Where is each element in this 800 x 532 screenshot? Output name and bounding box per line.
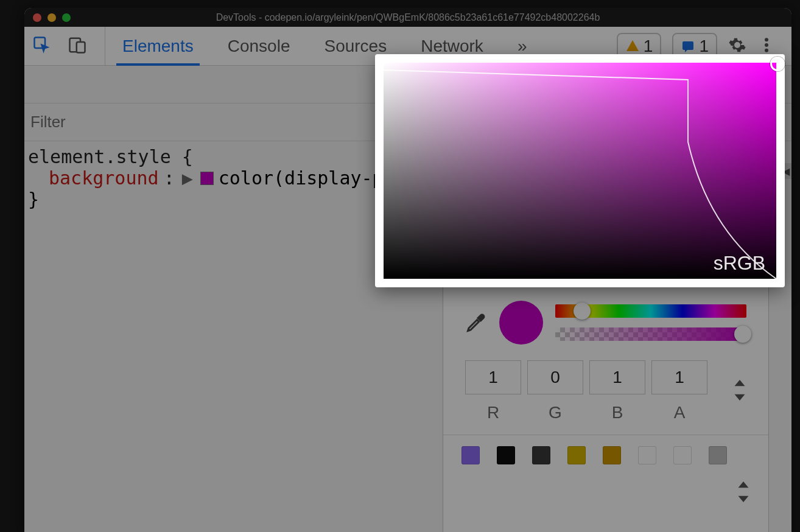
minimize-window-button[interactable] [47, 13, 56, 22]
maximize-window-button[interactable] [62, 13, 71, 22]
palette-row [443, 435, 768, 532]
palette-toggle-icon[interactable] [737, 481, 750, 505]
filter-input[interactable]: Filter [30, 113, 66, 131]
eyedropper-icon[interactable] [465, 312, 487, 334]
titlebar: DevTools - codepen.io/argyleink/pen/QWBg… [24, 8, 791, 27]
window-controls [33, 13, 71, 22]
gradient-picker-handle[interactable] [770, 57, 785, 71]
svg-rect-2 [77, 42, 85, 53]
messages-count: 1 [699, 37, 709, 56]
inspect-element-icon[interactable] [33, 36, 51, 57]
palette-swatch[interactable] [673, 446, 692, 464]
svg-point-5 [765, 43, 768, 47]
palette-swatch[interactable] [461, 446, 480, 464]
r-input[interactable]: 1 [465, 360, 521, 394]
color-swatch[interactable] [200, 172, 214, 185]
palette-swatch[interactable] [709, 446, 727, 464]
svg-point-4 [765, 38, 768, 41]
r-label: R [487, 403, 499, 422]
alpha-slider[interactable] [555, 327, 746, 341]
tab-console[interactable]: Console [228, 27, 290, 65]
palette-swatch[interactable] [567, 446, 586, 464]
srgb-gamut-line [384, 63, 776, 279]
g-label: G [549, 403, 562, 422]
window-title: DevTools - codepen.io/argyleink/pen/QWBg… [24, 12, 791, 23]
alpha-slider-thumb[interactable] [734, 326, 751, 343]
close-window-button[interactable] [33, 13, 41, 22]
device-toolbar-icon[interactable] [68, 36, 86, 57]
palette-swatch[interactable] [497, 446, 515, 464]
warnings-count: 1 [644, 37, 653, 56]
tab-elements[interactable]: Elements [122, 27, 194, 65]
gamut-label: sRGB [714, 252, 765, 275]
b-label: B [612, 403, 623, 422]
palette-swatch[interactable] [638, 446, 656, 464]
palette-swatch[interactable] [603, 446, 621, 464]
hue-slider-thumb[interactable] [574, 303, 591, 320]
svg-point-6 [765, 48, 768, 52]
gear-icon[interactable] [728, 36, 746, 57]
color-format-toggle-icon[interactable] [733, 380, 746, 403]
color-gradient-panel[interactable]: sRGB [375, 54, 785, 287]
palette-swatch[interactable] [532, 446, 550, 464]
current-color-swatch [499, 301, 543, 345]
g-input[interactable]: 0 [527, 360, 583, 394]
channel-values-row: 1 R 0 G 1 B 1 A [443, 353, 768, 435]
b-input[interactable]: 1 [589, 360, 645, 394]
hue-slider[interactable] [555, 304, 746, 318]
svg-rect-3 [682, 41, 693, 50]
expand-arrow-icon[interactable]: ▶ [182, 167, 193, 189]
a-label: A [674, 403, 686, 422]
property-name: background [49, 167, 159, 189]
a-input[interactable]: 1 [651, 360, 707, 394]
kebab-menu-icon[interactable] [757, 36, 776, 57]
